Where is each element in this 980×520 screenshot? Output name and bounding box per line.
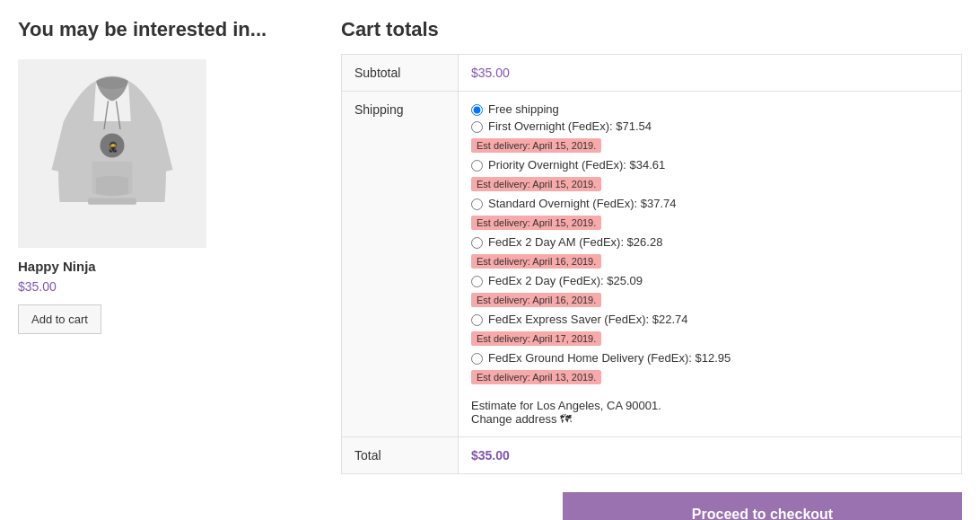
shipping-option-label-free: Free shipping xyxy=(488,102,559,116)
est-delivery-2day: Est delivery: April 16, 2019. xyxy=(471,293,601,307)
shipping-radio-first-overnight[interactable] xyxy=(471,121,483,133)
shipping-option-standard-overnight: Standard Overnight (FedEx): $37.74 Est d… xyxy=(471,197,949,235)
estimate-section: Estimate for Los Angeles, CA 90001. Chan… xyxy=(471,399,949,426)
shipping-options-cell: Free shipping First Overnight (FedEx): $… xyxy=(459,92,962,437)
shipping-option-express-saver: FedEx Express Saver (FedEx): $22.74 Est … xyxy=(471,313,949,351)
est-delivery-2day-am: Est delivery: April 16, 2019. xyxy=(471,254,601,269)
est-delivery-standard-overnight: Est delivery: April 15, 2019. xyxy=(471,216,601,230)
svg-rect-6 xyxy=(88,198,136,205)
shipping-row: Shipping Free shipping First Overnight (… xyxy=(342,92,962,437)
est-delivery-ground-home: Est delivery: April 13, 2019. xyxy=(471,370,601,384)
product-price: $35.00 xyxy=(18,279,305,294)
svg-text:🥷: 🥷 xyxy=(107,141,119,153)
shipping-option-label-priority-overnight: Priority Overnight (FedEx): $34.61 xyxy=(488,158,665,172)
shipping-option-2day: FedEx 2 Day (FedEx): $25.09 Est delivery… xyxy=(471,274,949,313)
shipping-option-label-express-saver: FedEx Express Saver (FedEx): $22.74 xyxy=(488,313,688,326)
total-label: Total xyxy=(342,437,459,474)
hoodie-illustration: 🥷 xyxy=(40,73,184,234)
shipping-radio-express-saver[interactable] xyxy=(471,314,483,326)
interested-in-section: You may be interested in... xyxy=(18,18,305,520)
shipping-option-first-overnight: First Overnight (FedEx): $71.54 Est deli… xyxy=(471,119,949,158)
shipping-radio-ground-home[interactable] xyxy=(471,353,483,365)
checkout-btn-wrapper: Proceed to checkout xyxy=(341,492,962,520)
subtotal-row: Subtotal $35.00 xyxy=(342,55,962,92)
change-address-label: Change address xyxy=(471,412,556,426)
shipping-radio-2day[interactable] xyxy=(471,276,483,287)
est-delivery-express-saver: Est delivery: April 17, 2019. xyxy=(471,331,601,346)
est-delivery-first-overnight: Est delivery: April 15, 2019. xyxy=(471,138,601,153)
product-image: 🥷 xyxy=(18,59,206,248)
add-to-cart-button[interactable]: Add to cart xyxy=(18,304,101,334)
shipping-option-priority-overnight: Priority Overnight (FedEx): $34.61 Est d… xyxy=(471,158,949,197)
shipping-option-label-ground-home: FedEx Ground Home Delivery (FedEx): $12.… xyxy=(488,351,731,365)
product-name: Happy Ninja xyxy=(18,259,305,274)
cart-totals-title: Cart totals xyxy=(341,18,962,41)
shipping-option-label-standard-overnight: Standard Overnight (FedEx): $37.74 xyxy=(488,197,677,210)
shipping-radio-free[interactable] xyxy=(471,104,483,116)
shipping-option-label-first-overnight: First Overnight (FedEx): $71.54 xyxy=(488,119,652,133)
est-delivery-priority-overnight: Est delivery: April 15, 2019. xyxy=(471,177,601,191)
cart-table: Subtotal $35.00 Shipping Free shipping xyxy=(341,54,962,474)
shipping-option-ground-home: FedEx Ground Home Delivery (FedEx): $12.… xyxy=(471,351,949,390)
shipping-radio-priority-overnight[interactable] xyxy=(471,160,483,172)
total-row: Total $35.00 xyxy=(342,437,962,474)
total-amount: $35.00 xyxy=(471,448,510,463)
svg-point-7 xyxy=(96,76,128,89)
subtotal-amount: $35.00 xyxy=(459,55,962,92)
shipping-radio-standard-overnight[interactable] xyxy=(471,198,483,210)
change-address-link[interactable]: Change address 🗺 xyxy=(471,412,572,426)
shipping-option-2day-am: FedEx 2 Day AM (FedEx): $26.28 Est deliv… xyxy=(471,235,949,274)
shipping-option-label-2day-am: FedEx 2 Day AM (FedEx): $26.28 xyxy=(488,235,662,249)
cart-totals-section: Cart totals Subtotal $35.00 xyxy=(341,18,962,520)
shipping-option-label-2day: FedEx 2 Day (FedEx): $25.09 xyxy=(488,274,643,287)
product-card: 🥷 Happy Ninja $35.00 A xyxy=(18,59,305,334)
subtotal-label: Subtotal xyxy=(342,55,459,92)
shipping-label: Shipping xyxy=(342,92,459,437)
shipping-option-free: Free shipping xyxy=(471,102,949,116)
shipping-radio-2day-am[interactable] xyxy=(471,237,483,249)
total-amount-cell: $35.00 xyxy=(459,437,962,474)
proceed-to-checkout-button[interactable]: Proceed to checkout xyxy=(563,492,962,520)
estimate-text: Estimate for Los Angeles, CA 90001. xyxy=(471,399,949,412)
section-title: You may be interested in... xyxy=(18,18,305,41)
change-address-icon: 🗺 xyxy=(560,412,572,426)
